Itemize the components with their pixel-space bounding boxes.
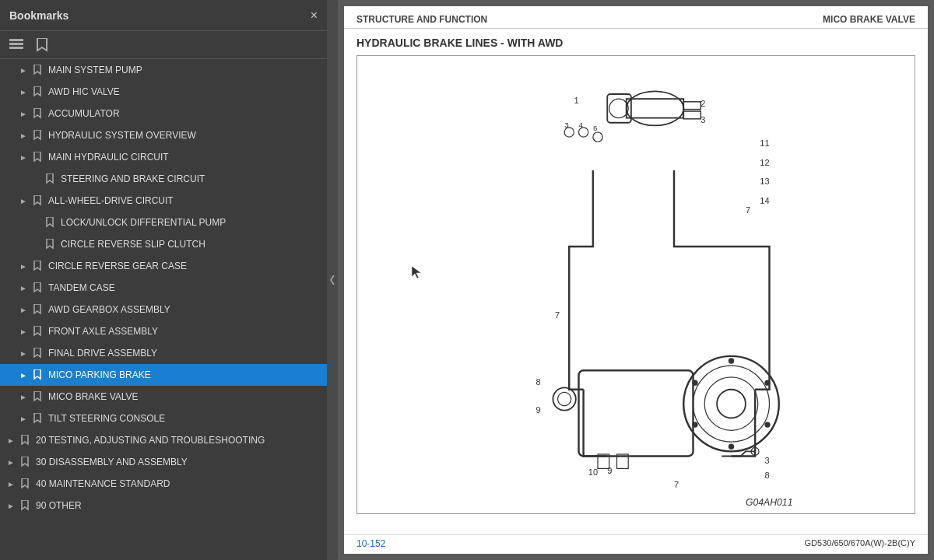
bookmark-label: 20 TESTING, ADJUSTING AND TROUBLESHOOTIN…: [36, 435, 322, 446]
svg-point-3: [627, 91, 684, 125]
bookmark-flag-icon: [31, 348, 44, 359]
bookmark-icon-view-icon[interactable]: [33, 37, 51, 53]
doc-footer: 10-152 GD530/650/670A(W)-2B(C)Y: [344, 534, 928, 554]
bookmark-label: HYDRAULIC SYSTEM OVERVIEW: [48, 130, 322, 141]
svg-text:2: 2: [700, 99, 705, 108]
bookmark-item-final-drive-assembly[interactable]: ►FINAL DRIVE ASSEMBLY: [0, 342, 327, 364]
svg-text:G04AH011: G04AH011: [746, 497, 793, 508]
bookmark-list: ►MAIN SYSTEM PUMP►AWD HIC VALVE►ACCUMULA…: [0, 59, 327, 560]
bookmark-item-lock-unlock-diff-pump[interactable]: LOCK/UNLOCK DIFFERENTIAL PUMP: [0, 212, 327, 233]
bookmark-flag-icon: [31, 86, 44, 97]
bookmark-label: MAIN SYSTEM PUMP: [48, 65, 322, 75]
bookmark-item-circle-reverse-gear-case[interactable]: ►CIRCLE REVERSE GEAR CASE: [0, 255, 327, 277]
svg-point-14: [593, 132, 602, 142]
chevron-icon: ►: [17, 153, 30, 162]
diagram-container: 1 2 3 3 4 6: [356, 55, 915, 514]
bookmark-item-40-maintenance[interactable]: ►40 MAINTENANCE STANDARD: [0, 473, 327, 495]
sidebar-header: Bookmarks ×: [0, 0, 327, 31]
svg-text:4: 4: [579, 121, 584, 129]
sidebar-toolbar: [0, 31, 327, 59]
chevron-icon: ►: [17, 284, 30, 292]
bookmark-label: LOCK/UNLOCK DIFFERENTIAL PUMP: [61, 217, 322, 228]
bookmark-flag-icon: [19, 478, 31, 489]
bookmark-label: AWD GEARBOX ASSEMBLY: [48, 304, 322, 315]
doc-page-number: 10-152: [356, 538, 385, 549]
bookmark-item-awd-gearbox-assembly[interactable]: ►AWD GEARBOX ASSEMBLY: [0, 299, 327, 320]
bookmark-item-all-wheel-drive-circuit[interactable]: ►ALL-WHEEL-DRIVE CIRCUIT: [0, 190, 327, 212]
bookmark-item-mico-brake-valve[interactable]: ►MICO BRAKE VALVE: [0, 386, 327, 408]
svg-text:3: 3: [700, 115, 705, 124]
chevron-icon: ►: [17, 66, 30, 75]
bookmark-label: CIRCLE REVERSE GEAR CASE: [48, 261, 322, 271]
bookmark-label: 90 OTHER: [36, 500, 322, 511]
bookmark-item-front-axle-assembly[interactable]: ►FRONT AXLE ASSEMBLY: [0, 320, 327, 342]
diagram-svg: 1 2 3 3 4 6: [357, 56, 915, 513]
sidebar-close-button[interactable]: ×: [311, 9, 318, 23]
chevron-icon: ►: [17, 88, 30, 96]
bookmark-item-mico-parking-brake[interactable]: ►MICO PARKING BRAKE: [0, 364, 327, 386]
svg-text:8: 8: [764, 471, 769, 480]
bookmark-item-20-testing[interactable]: ►20 TESTING, ADJUSTING AND TROUBLESHOOTI…: [0, 429, 327, 451]
svg-text:11: 11: [760, 138, 769, 148]
bookmark-flag-icon: [31, 304, 44, 315]
bookmark-item-tilt-steering-console[interactable]: ►TILT STEERING CONSOLE: [0, 408, 327, 429]
svg-rect-0: [9, 39, 23, 41]
bookmark-flag-icon: [31, 326, 44, 337]
bookmark-flag-icon: [31, 413, 44, 424]
svg-text:12: 12: [760, 158, 769, 167]
svg-text:7: 7: [555, 310, 560, 320]
svg-point-35: [692, 422, 697, 427]
bookmark-item-hydraulic-system-overview[interactable]: ►HYDRAULIC SYSTEM OVERVIEW: [0, 124, 327, 146]
svg-text:14: 14: [760, 196, 769, 205]
svg-text:7: 7: [746, 205, 750, 215]
bookmark-label: ACCUMULATOR: [48, 108, 322, 119]
svg-rect-8: [683, 111, 700, 119]
doc-page: STRUCTURE AND FUNCTION MICO BRAKE VALVE …: [344, 6, 928, 554]
bookmark-item-steering-and-brake-circuit[interactable]: STEERING AND BRAKE CIRCUIT: [0, 168, 327, 190]
chevron-icon: ►: [5, 436, 17, 445]
bookmark-label: STEERING AND BRAKE CIRCUIT: [61, 173, 322, 184]
doc-model-number: GD530/650/670A(W)-2B(C)Y: [805, 538, 915, 549]
svg-point-32: [764, 380, 770, 386]
svg-text:13: 13: [760, 177, 769, 186]
bookmark-item-circle-reverse-slip-clutch[interactable]: CIRCLE REVERSE SLIP CLUTCH: [0, 233, 327, 255]
bookmark-item-accumulator[interactable]: ►ACCUMULATOR: [0, 103, 327, 124]
svg-point-25: [553, 387, 575, 410]
bookmark-label: MICO PARKING BRAKE: [48, 369, 322, 380]
svg-text:7: 7: [674, 480, 679, 489]
chevron-icon: ►: [17, 393, 30, 401]
bookmark-item-90-other[interactable]: ►90 OTHER: [0, 495, 327, 516]
svg-point-33: [764, 422, 770, 427]
chevron-icon: ►: [17, 371, 30, 380]
chevron-icon: ►: [5, 458, 17, 467]
chevron-icon: ►: [17, 415, 30, 423]
bookmark-label: MAIN HYDRAULIC CIRCUIT: [48, 152, 322, 163]
bookmark-flag-icon: [31, 195, 44, 206]
bookmark-flag-icon: [31, 152, 44, 163]
bookmark-item-main-hydraulic-circuit[interactable]: ►MAIN HYDRAULIC CIRCUIT: [0, 146, 327, 168]
chevron-icon: ►: [17, 262, 30, 271]
svg-point-31: [729, 358, 734, 363]
bookmark-item-main-system-pump[interactable]: ►MAIN SYSTEM PUMP: [0, 59, 327, 81]
svg-text:6: 6: [593, 124, 598, 132]
svg-rect-7: [683, 102, 700, 110]
bookmark-item-tandem-case[interactable]: ►TANDEM CASE: [0, 277, 327, 299]
bookmark-item-awd-hic-valve[interactable]: ►AWD HIC VALVE: [0, 81, 327, 103]
bookmark-flag-icon: [19, 435, 31, 446]
svg-point-27: [683, 356, 779, 452]
svg-point-26: [558, 392, 571, 405]
sidebar-collapse-handle[interactable]: [327, 0, 338, 560]
doc-header-left: STRUCTURE AND FUNCTION: [356, 14, 487, 25]
bookmark-flag-icon: [31, 65, 44, 75]
doc-header: STRUCTURE AND FUNCTION MICO BRAKE VALVE: [344, 6, 928, 29]
bookmark-label: FINAL DRIVE ASSEMBLY: [48, 348, 322, 359]
doc-body: HYDRAULIC BRAKE LINES - WITH AWD: [344, 29, 928, 534]
bookmark-label: 40 MAINTENANCE STANDARD: [36, 478, 322, 489]
svg-text:9: 9: [535, 405, 540, 415]
bookmark-item-30-disassembly[interactable]: ►30 DISASSEMBLY AND ASSEMBLY: [0, 451, 327, 473]
svg-text:9: 9: [607, 466, 612, 475]
chevron-icon: ►: [5, 480, 17, 488]
bookmark-list-view-icon[interactable]: [8, 37, 26, 53]
chevron-icon: ►: [17, 327, 30, 336]
svg-text:8: 8: [535, 377, 540, 387]
